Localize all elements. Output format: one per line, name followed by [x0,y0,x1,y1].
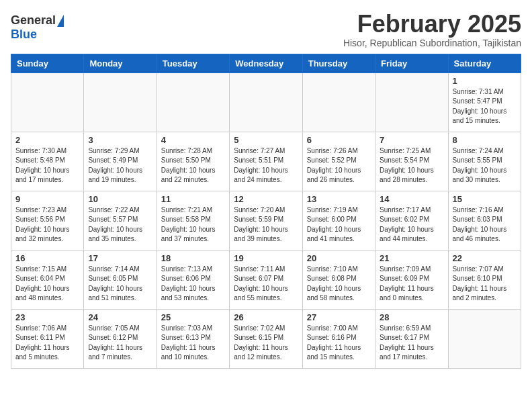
calendar-cell: 17Sunrise: 7:14 AM Sunset: 6:05 PM Dayli… [84,250,157,309]
day-number: 6 [307,135,371,145]
day-number: 27 [307,312,371,322]
cell-info: Sunrise: 7:14 AM Sunset: 6:05 PM Dayligh… [88,265,152,304]
calendar-cell [84,73,157,132]
week-row-3: 9Sunrise: 7:23 AM Sunset: 5:56 PM Daylig… [11,191,521,250]
cell-info: Sunrise: 7:24 AM Sunset: 5:55 PM Dayligh… [453,146,517,185]
cell-info: Sunrise: 7:20 AM Sunset: 5:59 PM Dayligh… [234,205,298,244]
calendar-cell: 21Sunrise: 7:09 AM Sunset: 6:09 PM Dayli… [375,250,448,309]
calendar-cell: 10Sunrise: 7:22 AM Sunset: 5:57 PM Dayli… [84,191,157,250]
calendar-cell [448,309,521,368]
cell-info: Sunrise: 7:30 AM Sunset: 5:48 PM Dayligh… [15,146,79,185]
logo-general-text: General [11,13,56,28]
day-number: 14 [380,194,443,204]
cell-info: Sunrise: 7:31 AM Sunset: 5:47 PM Dayligh… [453,87,517,126]
calendar-cell: 5Sunrise: 7:27 AM Sunset: 5:51 PM Daylig… [230,132,302,191]
calendar-body: 1Sunrise: 7:31 AM Sunset: 5:47 PM Daylig… [11,73,521,368]
cell-info: Sunrise: 7:22 AM Sunset: 5:57 PM Dayligh… [88,205,152,244]
logo-blue-text: Blue [11,28,37,42]
calendar-cell: 24Sunrise: 7:05 AM Sunset: 6:12 PM Dayli… [84,309,157,368]
calendar-cell: 23Sunrise: 7:06 AM Sunset: 6:11 PM Dayli… [11,309,84,368]
day-number: 25 [161,312,225,322]
day-number: 28 [380,312,443,322]
week-row-4: 16Sunrise: 7:15 AM Sunset: 6:04 PM Dayli… [11,250,521,309]
calendar-cell: 13Sunrise: 7:19 AM Sunset: 6:00 PM Dayli… [302,191,375,250]
cell-info: Sunrise: 7:13 AM Sunset: 6:06 PM Dayligh… [161,265,225,304]
day-number: 12 [234,194,298,204]
calendar-cell: 28Sunrise: 6:59 AM Sunset: 6:17 PM Dayli… [375,309,448,368]
calendar-cell: 14Sunrise: 7:17 AM Sunset: 6:02 PM Dayli… [375,191,448,250]
weekday-header-sunday: Sunday [11,54,84,73]
title-area: February 2025 Hisor, Republican Subordin… [343,11,521,48]
day-number: 11 [161,194,225,204]
calendar-cell: 3Sunrise: 7:29 AM Sunset: 5:49 PM Daylig… [84,132,157,191]
day-number: 8 [453,135,517,145]
cell-info: Sunrise: 7:09 AM Sunset: 6:09 PM Dayligh… [380,265,443,304]
calendar-cell [230,73,302,132]
cell-info: Sunrise: 7:06 AM Sunset: 6:11 PM Dayligh… [15,324,79,363]
logo-triangle-icon [57,15,64,27]
calendar-cell: 1Sunrise: 7:31 AM Sunset: 5:47 PM Daylig… [448,73,521,132]
logo: General Blue [11,11,64,42]
cell-info: Sunrise: 7:21 AM Sunset: 5:58 PM Dayligh… [161,205,225,244]
cell-info: Sunrise: 7:17 AM Sunset: 6:02 PM Dayligh… [380,205,443,244]
day-number: 19 [234,253,298,263]
cell-info: Sunrise: 7:26 AM Sunset: 5:52 PM Dayligh… [307,146,371,185]
calendar-cell: 4Sunrise: 7:28 AM Sunset: 5:50 PM Daylig… [157,132,229,191]
calendar-cell [375,73,448,132]
calendar-cell: 20Sunrise: 7:10 AM Sunset: 6:08 PM Dayli… [302,250,375,309]
calendar-cell: 18Sunrise: 7:13 AM Sunset: 6:06 PM Dayli… [157,250,229,309]
day-number: 5 [234,135,298,145]
calendar-cell: 26Sunrise: 7:02 AM Sunset: 6:15 PM Dayli… [230,309,302,368]
day-number: 22 [453,253,517,263]
calendar-cell: 8Sunrise: 7:24 AM Sunset: 5:55 PM Daylig… [448,132,521,191]
cell-info: Sunrise: 7:03 AM Sunset: 6:13 PM Dayligh… [161,324,225,363]
cell-info: Sunrise: 7:27 AM Sunset: 5:51 PM Dayligh… [234,146,298,185]
day-number: 18 [161,253,225,263]
calendar-cell: 25Sunrise: 7:03 AM Sunset: 6:13 PM Dayli… [157,309,229,368]
day-number: 9 [15,194,79,204]
day-number: 1 [453,76,517,86]
day-number: 13 [307,194,371,204]
calendar-cell: 12Sunrise: 7:20 AM Sunset: 5:59 PM Dayli… [230,191,302,250]
cell-info: Sunrise: 7:15 AM Sunset: 6:04 PM Dayligh… [15,265,79,304]
weekday-header-wednesday: Wednesday [230,54,302,73]
calendar-cell: 27Sunrise: 7:00 AM Sunset: 6:16 PM Dayli… [302,309,375,368]
week-row-2: 2Sunrise: 7:30 AM Sunset: 5:48 PM Daylig… [11,132,521,191]
weekday-header-tuesday: Tuesday [157,54,229,73]
calendar-cell: 9Sunrise: 7:23 AM Sunset: 5:56 PM Daylig… [11,191,84,250]
weekday-header-monday: Monday [84,54,157,73]
calendar-cell: 22Sunrise: 7:07 AM Sunset: 6:10 PM Dayli… [448,250,521,309]
weekday-header-friday: Friday [375,54,448,73]
cell-info: Sunrise: 7:16 AM Sunset: 6:03 PM Dayligh… [453,205,517,244]
day-number: 24 [88,312,152,322]
cell-info: Sunrise: 7:11 AM Sunset: 6:07 PM Dayligh… [234,265,298,304]
cell-info: Sunrise: 7:02 AM Sunset: 6:15 PM Dayligh… [234,324,298,363]
day-number: 20 [307,253,371,263]
week-row-5: 23Sunrise: 7:06 AM Sunset: 6:11 PM Dayli… [11,309,521,368]
day-number: 4 [161,135,225,145]
weekday-header-row: SundayMondayTuesdayWednesdayThursdayFrid… [11,54,521,73]
cell-info: Sunrise: 7:28 AM Sunset: 5:50 PM Dayligh… [161,146,225,185]
calendar-cell: 11Sunrise: 7:21 AM Sunset: 5:58 PM Dayli… [157,191,229,250]
day-number: 10 [88,194,152,204]
month-title: February 2025 [343,11,521,38]
day-number: 3 [88,135,152,145]
calendar-cell [11,73,84,132]
cell-info: Sunrise: 6:59 AM Sunset: 6:17 PM Dayligh… [380,324,443,363]
cell-info: Sunrise: 7:00 AM Sunset: 6:16 PM Dayligh… [307,324,371,363]
day-number: 26 [234,312,298,322]
calendar-cell [302,73,375,132]
calendar-cell [157,73,229,132]
calendar-cell: 19Sunrise: 7:11 AM Sunset: 6:07 PM Dayli… [230,250,302,309]
week-row-1: 1Sunrise: 7:31 AM Sunset: 5:47 PM Daylig… [11,73,521,132]
calendar-header: SundayMondayTuesdayWednesdayThursdayFrid… [11,54,521,73]
location-subtitle: Hisor, Republican Subordination, Tajikis… [343,38,521,48]
day-number: 2 [15,135,79,145]
cell-info: Sunrise: 7:07 AM Sunset: 6:10 PM Dayligh… [453,265,517,304]
calendar-cell: 2Sunrise: 7:30 AM Sunset: 5:48 PM Daylig… [11,132,84,191]
cell-info: Sunrise: 7:23 AM Sunset: 5:56 PM Dayligh… [15,205,79,244]
cell-info: Sunrise: 7:10 AM Sunset: 6:08 PM Dayligh… [307,265,371,304]
day-number: 23 [15,312,79,322]
calendar-cell: 16Sunrise: 7:15 AM Sunset: 6:04 PM Dayli… [11,250,84,309]
day-number: 16 [15,253,79,263]
